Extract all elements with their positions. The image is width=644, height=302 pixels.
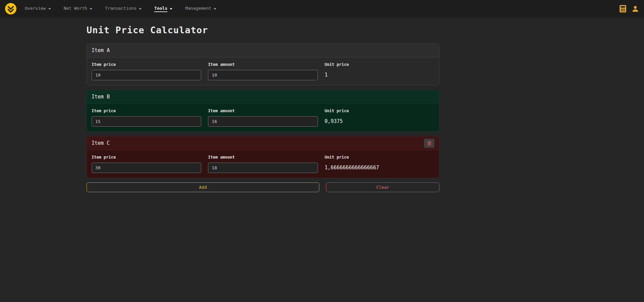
item-price-field: Item price — [92, 109, 201, 127]
app-logo[interactable] — [5, 3, 17, 15]
unit-price-value: 1 — [325, 72, 434, 78]
item-card-header: Item C — [87, 136, 439, 150]
trash-icon — [427, 141, 432, 146]
unit-price-value: 1,6666666666666667 — [325, 165, 434, 171]
clear-button[interactable]: Clear — [326, 182, 439, 192]
nav-item-label: Management — [185, 6, 211, 12]
unit-price-value: 0,9375 — [325, 118, 434, 124]
unit-price-field: Unit price 1 — [325, 62, 434, 80]
item-card-body: Item price Item amount Unit price 0,9375 — [87, 104, 439, 131]
item-price-input[interactable] — [92, 70, 201, 80]
item-price-input[interactable] — [92, 116, 201, 127]
chevron-down-icon — [48, 8, 51, 10]
navbar-right — [619, 5, 639, 13]
item-amount-label: Item amount — [208, 109, 318, 113]
unit-price-field: Unit price 1,6666666666666667 — [325, 155, 434, 173]
unit-price-label: Unit price — [325, 155, 434, 160]
item-amount-label: Item amount — [208, 62, 318, 67]
item-card-header: Item B — [87, 90, 439, 104]
chevron-down-icon — [139, 8, 142, 10]
item-card-a: Item A Item price Item amount Unit price… — [87, 43, 439, 85]
user-icon[interactable] — [631, 5, 639, 13]
item-amount-input[interactable] — [208, 163, 318, 173]
item-card-header: Item A — [87, 44, 439, 57]
page-title: Unit Price Calculator — [87, 25, 439, 35]
nav-item-transactions[interactable]: Transactions — [105, 0, 142, 17]
item-amount-field: Item amount — [208, 109, 318, 127]
chevron-down-icon — [170, 8, 172, 10]
nav-item-label: Overview — [25, 6, 46, 12]
main-content: Unit Price Calculator Item A Item price … — [87, 17, 439, 192]
item-amount-input[interactable] — [208, 70, 318, 80]
actions-row: Add Clear — [87, 182, 439, 192]
chevron-down-icon — [90, 8, 92, 10]
nav-item-label: Transactions — [105, 6, 137, 12]
top-navbar: Overview Net Worth Transactions Tools Ma… — [0, 0, 644, 17]
item-price-field: Item price — [92, 62, 201, 80]
item-card-title: Item B — [92, 94, 110, 100]
item-price-label: Item price — [92, 109, 201, 113]
unit-price-label: Unit price — [325, 109, 434, 113]
nav-item-overview[interactable]: Overview — [25, 0, 51, 17]
item-card-b: Item B Item price Item amount Unit price… — [87, 90, 439, 132]
nav-item-label: Tools — [154, 6, 167, 12]
nav-item-label: Net Worth — [64, 6, 87, 12]
item-amount-label: Item amount — [208, 155, 318, 160]
unit-price-label: Unit price — [325, 62, 434, 67]
item-card-c: Item C Item price Item amount Unit price… — [87, 136, 439, 178]
double-chevron-logo-icon — [5, 3, 17, 15]
chevron-down-icon — [214, 8, 216, 10]
item-price-input[interactable] — [92, 163, 201, 173]
item-card-title: Item C — [92, 140, 110, 146]
delete-item-button[interactable] — [424, 139, 434, 148]
calculator-icon[interactable] — [619, 5, 627, 13]
item-card-body: Item price Item amount Unit price 1 — [87, 57, 439, 85]
add-button[interactable]: Add — [87, 182, 319, 192]
item-price-field: Item price — [92, 155, 201, 173]
nav-items: Overview Net Worth Transactions Tools Ma… — [25, 0, 216, 17]
nav-item-tools[interactable]: Tools — [154, 0, 172, 17]
item-price-label: Item price — [92, 62, 201, 67]
item-amount-field: Item amount — [208, 62, 318, 80]
nav-item-management[interactable]: Management — [185, 0, 216, 17]
unit-price-field: Unit price 0,9375 — [325, 109, 434, 127]
item-amount-field: Item amount — [208, 155, 318, 173]
item-card-title: Item A — [92, 47, 110, 53]
nav-item-net-worth[interactable]: Net Worth — [64, 0, 92, 17]
item-card-body: Item price Item amount Unit price 1,6666… — [87, 150, 439, 178]
item-price-label: Item price — [92, 155, 201, 160]
item-amount-input[interactable] — [208, 116, 318, 127]
